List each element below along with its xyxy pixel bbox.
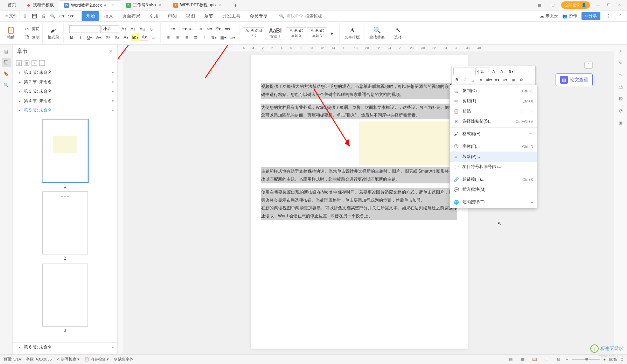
undo-button[interactable]: ↶▾: [58, 12, 65, 20]
tab-templates[interactable]: ◆找稻壳模板: [21, 0, 59, 10]
zoom-fit-icon[interactable]: ⊡: [554, 355, 563, 364]
page-para[interactable]: 主题和样式也有助于文档保持协调。当您单击设计并选择新的主题时，图片、图表或 Sm…: [261, 167, 457, 183]
clear-format-icon[interactable]: ◇: [147, 25, 155, 33]
thumbnail[interactable]: [42, 264, 88, 327]
sort-icon[interactable]: ⤨▾: [205, 25, 214, 33]
style-normal[interactable]: AaBbCcI正文: [243, 27, 264, 39]
tab-word-doc[interactable]: WWord教程2.docx●✕: [59, 0, 121, 10]
mini-underline-icon[interactable]: U: [469, 76, 476, 83]
section-item[interactable]: ▸第 4 节: 未命名▾: [13, 96, 117, 106]
layers-icon[interactable]: ▣: [616, 118, 625, 127]
preview-icon[interactable]: 🔍: [49, 12, 56, 20]
borders-icon[interactable]: ▭▾: [228, 34, 236, 41]
mini-linespacing-icon[interactable]: ⇅▾: [507, 68, 514, 75]
mini-grow-icon[interactable]: A↑: [491, 68, 498, 75]
document-page[interactable]: 视频提供了功能强大的方法帮助您证明您的观点。当您单击联机视频时，可以在想要添加的…: [251, 55, 468, 349]
mini-shrink-icon[interactable]: A↓: [499, 68, 506, 75]
more-icon[interactable]: ▾: [112, 99, 114, 103]
tab-sections[interactable]: 章节: [200, 11, 217, 21]
close-button[interactable]: ✕: [614, 1, 624, 9]
zoom-out-button[interactable]: −: [566, 357, 568, 362]
page-para[interactable]: 为使您的文档具有专业外观，Word 提供了页眉、页脚、封面和文本框设计，这些设计…: [261, 104, 457, 120]
ctx-cut[interactable]: ✂剪切(T)Ctrl+X: [450, 96, 537, 106]
page-para[interactable]: 在新的阅读视图中阅读更加容易。可以折叠文档某些部分并关注所需文本。如果在达到结尾…: [261, 204, 457, 220]
panel-close-icon[interactable]: ✕: [109, 49, 113, 54]
redo-button[interactable]: ↷▾: [67, 12, 75, 20]
paste-opt2-icon[interactable]: ▭: [528, 108, 533, 114]
thumbnail[interactable]: — — —: [42, 191, 88, 254]
mini-highlight-icon[interactable]: ab▾: [486, 76, 493, 83]
tool-2-icon[interactable]: ⊞: [24, 60, 29, 66]
ctx-paragraph[interactable]: ≡段落(P)...: [450, 152, 537, 162]
view-outline-icon[interactable]: ▭: [542, 355, 551, 364]
scissors-icon[interactable]: ✂: [23, 25, 31, 33]
align-left-icon[interactable]: ≡: [164, 34, 173, 41]
pointer-icon[interactable]: ↖: [616, 71, 625, 79]
align-justify-icon[interactable]: ≣: [191, 34, 200, 41]
outline-tab-icon[interactable]: ▤: [2, 47, 11, 56]
apps-icon[interactable]: ⊞: [548, 1, 558, 9]
mini-insert-icon[interactable]: ⊞: [510, 76, 517, 83]
increase-indent-icon[interactable]: ⇥: [196, 25, 204, 33]
horizontal-ruler[interactable]: 6 4 2 2 4 6 8 10 12 14 16 18 20 22 24 26…: [124, 45, 614, 51]
section-item[interactable]: ▸第 3 节: 未命名▾: [13, 87, 117, 96]
tab-references[interactable]: 引用: [145, 11, 163, 21]
subscript-icon[interactable]: X₂: [113, 34, 121, 41]
sections-tab-icon[interactable]: ⿲: [2, 58, 11, 67]
vertical-ruler[interactable]: [118, 45, 124, 362]
strike-icon[interactable]: A̶▾: [95, 34, 103, 41]
ctx-comment[interactable]: 💬插入批注(M): [450, 184, 537, 195]
tool-4-icon[interactable]: −: [39, 60, 45, 66]
section-item[interactable]: ▸第 1 节: 未命名▾: [13, 68, 117, 77]
bookmark-icon[interactable]: 🔖: [2, 69, 11, 78]
style-more-icon[interactable]: ▸: [328, 29, 336, 37]
tab-home[interactable]: 首页: [3, 0, 21, 10]
status-font-missing[interactable]: ⊘ 缺失字体: [114, 357, 133, 362]
more-icon[interactable]: ▾: [112, 90, 114, 93]
ctx-copy[interactable]: ⿻复制(C)Ctrl+C: [450, 86, 537, 96]
style-h2[interactable]: AaBbC标题 2: [286, 27, 306, 39]
mini-font-name[interactable]: [453, 68, 474, 75]
tab-member[interactable]: 会员专享: [245, 11, 272, 21]
find-replace-button[interactable]: 🔍查找替换: [368, 26, 386, 41]
sparkle-icon[interactable]: ✧: [616, 47, 625, 55]
tab-start[interactable]: 开始: [82, 11, 99, 21]
status-words[interactable]: 字数: 401/2855: [26, 357, 52, 362]
bold-icon[interactable]: B: [67, 34, 76, 41]
tab-ppt[interactable]: PWPS PPT教程.pptx✕: [168, 0, 229, 10]
view-read-icon[interactable]: 📖: [530, 355, 539, 364]
tab-page-layout[interactable]: 页面布局: [118, 11, 145, 21]
cloud-status[interactable]: ☁未上云: [540, 13, 558, 19]
highlight-icon[interactable]: ab▾: [131, 34, 139, 41]
share-button[interactable]: ⎋ 分享: [581, 12, 600, 20]
font-size-select[interactable]: [102, 25, 119, 33]
command-search[interactable]: 🔍 查找命令: [279, 13, 330, 19]
zoom-in-button[interactable]: +: [604, 357, 606, 362]
zoom-slider[interactable]: [572, 359, 600, 360]
thumbnail[interactable]: [42, 119, 88, 182]
more-icon[interactable]: ▾: [112, 71, 114, 75]
close-icon[interactable]: ✕: [159, 3, 163, 8]
save-icon[interactable]: 💾: [30, 12, 38, 20]
close-icon[interactable]: ✕: [111, 3, 116, 8]
status-spell[interactable]: ✓ 拼写检查 ▾: [57, 357, 79, 362]
more-icon[interactable]: ▾: [112, 80, 114, 84]
collapse-ribbon-icon[interactable]: ⌃: [616, 12, 624, 20]
ctx-paste[interactable]: 📋粘贴▭▭: [450, 106, 537, 116]
more-icon[interactable]: ▾: [112, 345, 114, 349]
ctx-bullets[interactable]: ⋮≡项目符号和编号(N)...: [450, 162, 537, 172]
show-marks-icon[interactable]: ¶▾: [214, 25, 223, 33]
tabs-icon[interactable]: ↹▾: [223, 25, 232, 33]
zoom-value[interactable]: 80%: [609, 357, 617, 362]
more-menu-icon[interactable]: ⋮: [605, 12, 612, 20]
minimize-button[interactable]: —: [593, 1, 603, 9]
ctx-translate[interactable]: 🌐短句翻译(T)▸: [450, 197, 537, 207]
align-right-icon[interactable]: ≡: [182, 34, 191, 41]
tool-1-icon[interactable]: ⊟: [16, 60, 22, 66]
mini-strike-icon[interactable]: A̶: [478, 76, 485, 83]
mini-color-icon[interactable]: A▾: [494, 76, 501, 83]
italic-icon[interactable]: I: [76, 34, 85, 41]
ctx-font[interactable]: Ⓣ字体(F)...Ctrl+D: [450, 141, 537, 152]
collapse-right-button[interactable]: ⌃: [584, 62, 593, 69]
tool-3-icon[interactable]: +: [32, 60, 37, 66]
